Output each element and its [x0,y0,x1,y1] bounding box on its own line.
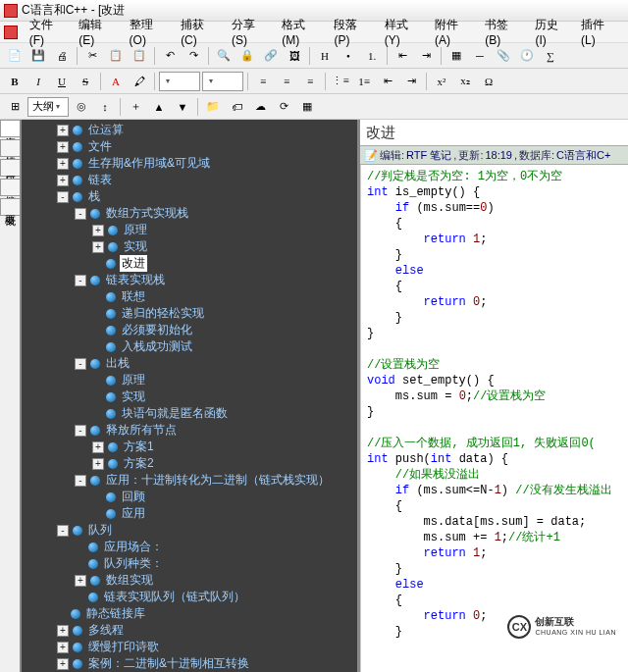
tree-label[interactable]: 实现 [120,388,147,405]
tree-node[interactable]: -出栈 [22,355,357,372]
folder-icon[interactable]: 📁 [202,96,224,118]
link-icon[interactable]: 🔗 [260,45,282,67]
tree-label[interactable]: 位运算 [86,122,126,138]
side-tab-outline[interactable]: 大纲 [0,120,20,137]
down-icon[interactable]: ▼ [172,96,193,118]
tree-expander-icon[interactable]: + [57,658,69,670]
tree-node[interactable]: +案例：二进制&十进制相互转换 [22,655,357,672]
superscript-icon[interactable]: x² [431,71,452,92]
tree-node[interactable]: +缓慢打印诗歌 [22,639,357,655]
tree-node[interactable]: 联想 [22,288,357,305]
tree-node[interactable]: 块语句就是匿名函数 [22,405,357,422]
lock-icon[interactable]: 🔒 [236,45,258,67]
bullet-icon[interactable]: • [338,45,359,67]
align-left-icon[interactable]: ≡ [252,71,274,92]
target-icon[interactable]: ◎ [71,96,92,118]
italic-icon[interactable]: I [27,71,49,92]
tree-node[interactable]: 队列种类： [22,555,357,572]
tree-label[interactable]: 递归的轻松实现 [120,305,206,322]
undo-icon[interactable]: ↶ [159,45,181,67]
side-tab-summary[interactable]: 概要 [0,198,20,216]
tree-label[interactable]: 应用 [120,505,147,522]
redo-icon[interactable]: ↷ [183,45,204,67]
tree-label[interactable]: 原理 [122,222,149,238]
tree-node[interactable]: +实现 [22,238,357,255]
tree-node[interactable]: +生存期&作用域&可见域 [22,155,357,172]
tree-expander-icon[interactable]: + [92,458,104,470]
tag-icon[interactable]: 🏷 [226,96,247,118]
tree-node[interactable]: 入栈成功测试 [22,338,357,355]
tree-label[interactable]: 块语句就是匿名函数 [120,405,230,422]
tree-node[interactable]: +方案2 [22,455,357,472]
subscript-icon[interactable]: x₂ [454,71,476,92]
print-icon[interactable]: 🖨 [51,45,73,67]
number-icon[interactable]: 1. [361,45,383,67]
tree-expander-icon[interactable]: - [57,191,69,203]
tree-node[interactable]: -链表实现栈 [22,272,357,288]
refresh-icon[interactable]: ⟳ [273,96,294,118]
list-number-icon[interactable]: 1≡ [353,71,375,92]
time-icon[interactable]: 🕐 [516,45,538,67]
code-editor[interactable]: //判定栈是否为空: 1为空，0不为空 int is_empty() { if … [360,165,628,672]
tree-label[interactable]: 队列 [86,522,114,539]
strike-icon[interactable]: S [75,71,96,92]
tree-label[interactable]: 生存期&作用域&可见域 [86,155,212,172]
size-select[interactable]: ▾ [202,72,243,91]
tree-label[interactable]: 回顾 [120,489,147,505]
paste-icon[interactable]: 📋 [129,45,150,67]
tree-label[interactable]: 原理 [120,372,147,388]
tree-label[interactable]: 实现 [122,238,149,255]
font-color-icon[interactable]: A [105,71,127,92]
tree-label[interactable]: 应用场合： [102,539,165,555]
tree-expander-icon[interactable]: + [92,441,104,453]
indent-icon[interactable]: ⇥ [400,71,422,92]
new-icon[interactable]: 📄 [4,45,26,67]
tree-body[interactable]: +位运算+文件+生存期&作用域&可见域+链表-栈-数组方式实现栈+原理+实现改进… [22,120,357,672]
tree-label[interactable]: 数组方式实现栈 [104,205,190,222]
tree-label[interactable]: 释放所有节点 [104,422,179,439]
list-bullet-icon[interactable]: ⋮≡ [330,71,351,92]
line-icon[interactable]: ─ [469,45,491,67]
heading-icon[interactable]: H [314,45,336,67]
tree-node[interactable]: +数组实现 [22,572,357,589]
tree-label[interactable]: 静态链接库 [84,605,147,622]
expand-icon[interactable]: ↕ [94,96,116,118]
tree-node[interactable]: -队列 [22,522,357,539]
align-center-icon[interactable]: ≡ [276,71,297,92]
table-icon[interactable]: ▦ [445,45,467,67]
grid-icon[interactable]: ▦ [296,96,318,118]
side-tab-bookmarks[interactable]: 书签 [0,179,20,196]
tree-label[interactable]: 链表实现栈 [104,272,167,288]
tree-expander-icon[interactable]: + [57,125,69,136]
tree-label[interactable]: 入栈成功测试 [120,338,194,355]
tree-expander-icon[interactable]: + [57,141,69,153]
indent-left-icon[interactable]: ⇤ [392,45,413,67]
tree-label[interactable]: 联想 [120,288,147,305]
tree-node[interactable]: 实现 [22,388,357,405]
underline-icon[interactable]: U [51,71,73,92]
copy-icon[interactable]: 📋 [105,45,127,67]
side-tab-tags[interactable]: 标签 [0,139,20,157]
tree-node[interactable]: +链表 [22,172,357,188]
indent-right-icon[interactable]: ⇥ [415,45,437,67]
outline-select[interactable]: 大纲▾ [27,97,69,117]
tree-node[interactable]: +多线程 [22,622,357,639]
tree-label[interactable]: 队列种类： [102,555,165,572]
bold-icon[interactable]: B [4,71,26,92]
tree-label[interactable]: 方案2 [122,455,156,472]
side-tab-calendar[interactable]: 日历 [0,159,20,177]
image-icon[interactable]: 🖼 [284,45,305,67]
tree-node[interactable]: -释放所有节点 [22,422,357,439]
symbol-icon[interactable]: Ω [478,71,499,92]
highlight-icon[interactable]: 🖍 [129,71,150,92]
tree-expander-icon[interactable]: - [57,525,69,537]
tree-expander-icon[interactable]: + [57,158,69,170]
tree-node[interactable]: 必须要初始化 [22,322,357,338]
tree-label[interactable]: 必须要初始化 [120,322,194,338]
font-select[interactable]: ▾ [159,72,200,91]
tree-label[interactable]: 多线程 [86,622,126,639]
tree-toggle-icon[interactable]: ⊞ [4,96,26,118]
add-icon[interactable]: ＋ [125,96,146,118]
tree-expander-icon[interactable]: - [75,275,86,286]
tree-expander-icon[interactable]: + [57,175,69,186]
